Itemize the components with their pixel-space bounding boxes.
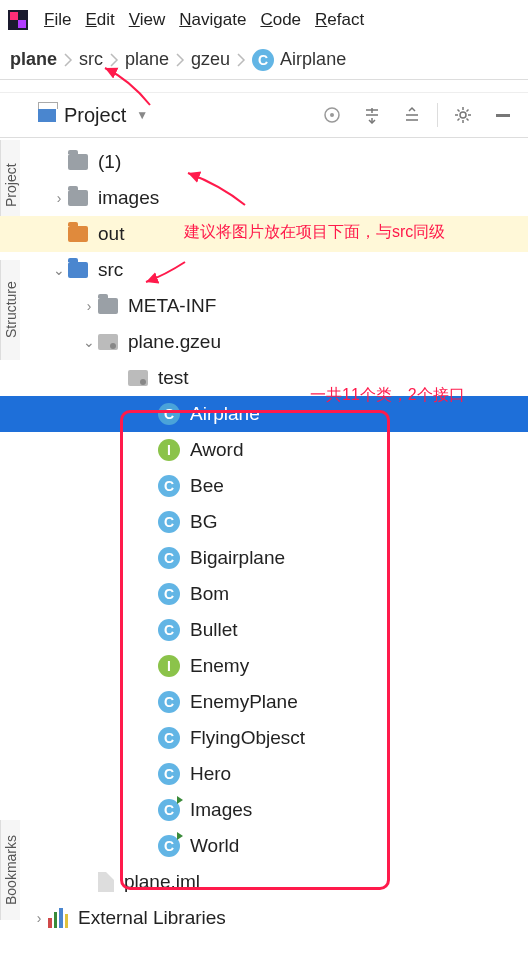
tree-class-item[interactable]: CBom (0, 576, 528, 612)
collapse-all-button[interactable] (397, 100, 427, 130)
chevron-right-icon[interactable]: › (80, 298, 98, 314)
tree-item-label: Enemy (190, 655, 249, 677)
project-toolbar: Project ▼ (0, 92, 528, 138)
folder-icon (68, 226, 88, 242)
class-icon: C (252, 49, 274, 71)
tree-external-libraries[interactable]: ›External Libraries (0, 900, 528, 936)
class-icon: C (158, 583, 180, 605)
tree-class-item[interactable]: CBG (0, 504, 528, 540)
chevron-right-icon (109, 52, 119, 68)
tree-item-label: Hero (190, 763, 231, 785)
tree-item-label: Bullet (190, 619, 238, 641)
tree-root[interactable]: (1) (0, 144, 528, 180)
chevron-right-icon[interactable]: › (30, 910, 48, 926)
folder-icon (68, 154, 88, 170)
tree-out[interactable]: out (0, 216, 528, 252)
project-view-icon (38, 108, 56, 122)
crumb-plane[interactable]: plane (125, 49, 169, 70)
chevron-right-icon (175, 52, 185, 68)
menu-file[interactable]: FFileile (44, 10, 71, 30)
tree-class-item[interactable]: IEnemy (0, 648, 528, 684)
tree-item-label: Bee (190, 475, 224, 497)
chevron-down-icon[interactable]: ⌄ (80, 334, 98, 350)
tree-class-item[interactable]: CHero (0, 756, 528, 792)
tree-class-item[interactable]: CWorld (0, 828, 528, 864)
menu-view[interactable]: View (129, 10, 166, 30)
tree-test[interactable]: test (0, 360, 528, 396)
svg-point-4 (330, 113, 334, 117)
svg-rect-6 (496, 114, 510, 117)
tree-class-item[interactable]: CBee (0, 468, 528, 504)
class-icon: C (158, 763, 180, 785)
tree-item-label: Images (190, 799, 252, 821)
crumb-src[interactable]: src (79, 49, 103, 70)
menu-refactor[interactable]: Refact (315, 10, 364, 30)
expand-all-button[interactable] (357, 100, 387, 130)
tree-src[interactable]: ⌄src (0, 252, 528, 288)
folder-icon (98, 298, 118, 314)
class-icon: C (158, 691, 180, 713)
folder-icon (68, 190, 88, 206)
chevron-down-icon[interactable]: ⌄ (50, 262, 68, 278)
app-logo-icon (6, 8, 30, 32)
class-icon: C (158, 727, 180, 749)
chevron-right-icon[interactable]: › (50, 190, 68, 206)
tree-images[interactable]: ›images (0, 180, 528, 216)
tree-class-item[interactable]: CBullet (0, 612, 528, 648)
tree-item-label: Airplane (190, 403, 260, 425)
tree-package[interactable]: ⌄plane.gzeu (0, 324, 528, 360)
tree-item-label: FlyingObjesct (190, 727, 305, 749)
tree-item-label: EnemyPlane (190, 691, 298, 713)
menu-code[interactable]: Code (260, 10, 301, 30)
interface-icon: I (158, 655, 180, 677)
crumb-root[interactable]: plane (10, 49, 57, 70)
dropdown-caret-icon[interactable]: ▼ (136, 108, 148, 122)
tree-item-label: BG (190, 511, 217, 533)
class-icon: C (158, 619, 180, 641)
libraries-icon (48, 908, 68, 928)
menu-bar: FFileile Edit View Navigate Code Refact (0, 0, 528, 40)
tree-item-label: World (190, 835, 239, 857)
class-icon: C (158, 547, 180, 569)
package-icon (98, 334, 118, 350)
divider (437, 103, 438, 127)
crumb-gzeu[interactable]: gzeu (191, 49, 230, 70)
chevron-right-icon (63, 52, 73, 68)
class-icon: C (158, 835, 180, 857)
project-tree: (1) ›images out ⌄src ›META-INF ⌄plane.gz… (0, 138, 528, 936)
tree-class-item[interactable]: CImages (0, 792, 528, 828)
tree-item-label: Aword (190, 439, 244, 461)
svg-point-5 (460, 112, 466, 118)
file-icon (98, 872, 114, 892)
class-icon: C (158, 799, 180, 821)
tree-meta-inf[interactable]: ›META-INF (0, 288, 528, 324)
chevron-right-icon (236, 52, 246, 68)
tree-item-label: Bigairplane (190, 547, 285, 569)
menu-edit[interactable]: Edit (85, 10, 114, 30)
folder-icon (68, 262, 88, 278)
tree-class-item[interactable]: CBigairplane (0, 540, 528, 576)
hide-button[interactable] (488, 100, 518, 130)
tree-class-item[interactable]: IAword (0, 432, 528, 468)
menu-navigate[interactable]: Navigate (179, 10, 246, 30)
class-icon: C (158, 511, 180, 533)
settings-button[interactable] (448, 100, 478, 130)
breadcrumb: plane src plane gzeu C Airplane (0, 40, 528, 80)
project-view-label[interactable]: Project (64, 104, 126, 127)
tree-class-item[interactable]: CEnemyPlane (0, 684, 528, 720)
select-opened-file-button[interactable] (317, 100, 347, 130)
crumb-class[interactable]: Airplane (280, 49, 346, 70)
class-icon: C (158, 475, 180, 497)
tree-class-item[interactable]: CAirplane (0, 396, 528, 432)
svg-rect-1 (10, 12, 18, 20)
package-icon (128, 370, 148, 386)
tree-item-label: Bom (190, 583, 229, 605)
class-icon: C (158, 403, 180, 425)
tree-iml-file[interactable]: plane.iml (0, 864, 528, 900)
interface-icon: I (158, 439, 180, 461)
svg-rect-2 (18, 20, 26, 28)
tree-class-item[interactable]: CFlyingObjesct (0, 720, 528, 756)
